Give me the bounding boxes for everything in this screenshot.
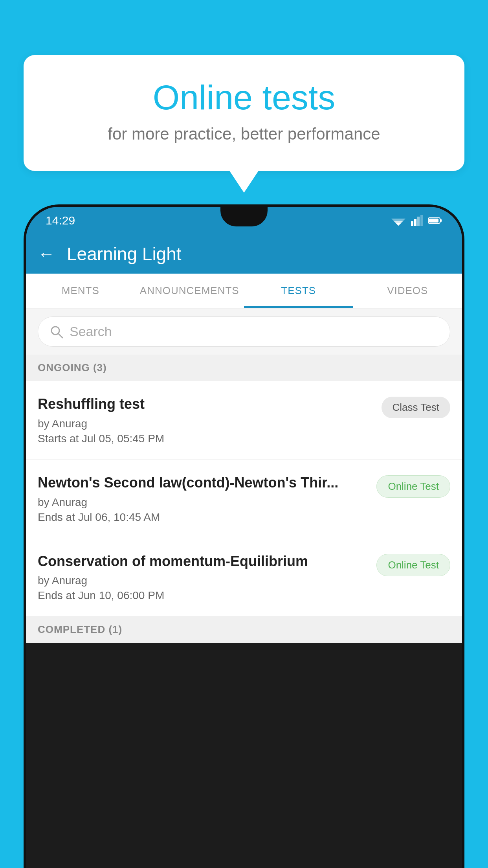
test-time-2: Ends at Jul 06, 10:45 AM — [38, 511, 369, 524]
svg-rect-8 — [440, 219, 442, 222]
svg-rect-4 — [414, 219, 416, 226]
status-bar: 14:29 — [26, 207, 462, 234]
search-container: Search — [26, 309, 462, 355]
bubble-title: Online tests — [55, 79, 433, 117]
back-button[interactable]: ← — [38, 244, 55, 264]
tab-announcements[interactable]: ANNOUNCEMENTS — [135, 274, 244, 308]
test-author-2: by Anurag — [38, 496, 369, 509]
test-info-1: Reshuffling test by Anurag Starts at Jul… — [38, 395, 374, 445]
svg-marker-2 — [396, 223, 401, 226]
tab-ments[interactable]: MENTS — [26, 274, 135, 308]
tab-tests[interactable]: TESTS — [244, 274, 353, 308]
test-item-2[interactable]: Newton's Second law(contd)-Newton's Thir… — [26, 460, 462, 538]
search-icon — [50, 325, 63, 338]
svg-line-11 — [58, 333, 62, 338]
test-badge-2: Online Test — [376, 475, 450, 498]
speech-bubble: Online tests for more practice, better p… — [24, 55, 464, 171]
test-time-3: Ends at Jun 10, 06:00 PM — [38, 589, 369, 602]
svg-rect-5 — [417, 217, 420, 226]
search-placeholder: Search — [70, 324, 112, 339]
search-box[interactable]: Search — [38, 316, 450, 347]
test-author-3: by Anurag — [38, 574, 369, 587]
tabs-container: MENTS ANNOUNCEMENTS TESTS VIDEOS — [26, 274, 462, 309]
test-name-2: Newton's Second law(contd)-Newton's Thir… — [38, 474, 369, 492]
phone-inner: 14:29 — [26, 207, 462, 868]
test-time-1: Starts at Jul 05, 05:45 PM — [38, 432, 374, 445]
app-title: Learning Light — [67, 243, 182, 265]
tab-videos[interactable]: VIDEOS — [353, 274, 462, 308]
test-author-1: by Anurag — [38, 417, 374, 430]
test-item-1[interactable]: Reshuffling test by Anurag Starts at Jul… — [26, 381, 462, 460]
test-badge-1: Class Test — [382, 397, 450, 418]
bubble-subtitle: for more practice, better performance — [55, 125, 433, 143]
status-icons — [391, 215, 442, 226]
test-info-3: Conservation of momentum-Equilibrium by … — [38, 552, 369, 602]
phone-frame: 14:29 — [24, 204, 464, 868]
completed-section-header: COMPLETED (1) — [26, 616, 462, 643]
signal-icon — [411, 215, 423, 226]
test-item-3[interactable]: Conservation of momentum-Equilibrium by … — [26, 538, 462, 617]
phone-notch — [220, 207, 268, 226]
status-time: 14:29 — [46, 214, 75, 227]
wifi-icon — [391, 215, 405, 226]
test-name-1: Reshuffling test — [38, 395, 374, 414]
battery-icon — [428, 217, 442, 224]
test-info-2: Newton's Second law(contd)-Newton's Thir… — [38, 474, 369, 524]
test-badge-3: Online Test — [376, 554, 450, 576]
svg-rect-3 — [411, 221, 413, 226]
ongoing-section-header: ONGOING (3) — [26, 355, 462, 381]
svg-rect-9 — [429, 219, 438, 223]
speech-bubble-container: Online tests for more practice, better p… — [24, 55, 464, 171]
top-bar: ← Learning Light — [26, 234, 462, 274]
test-name-3: Conservation of momentum-Equilibrium — [38, 552, 369, 571]
svg-rect-6 — [420, 215, 423, 226]
